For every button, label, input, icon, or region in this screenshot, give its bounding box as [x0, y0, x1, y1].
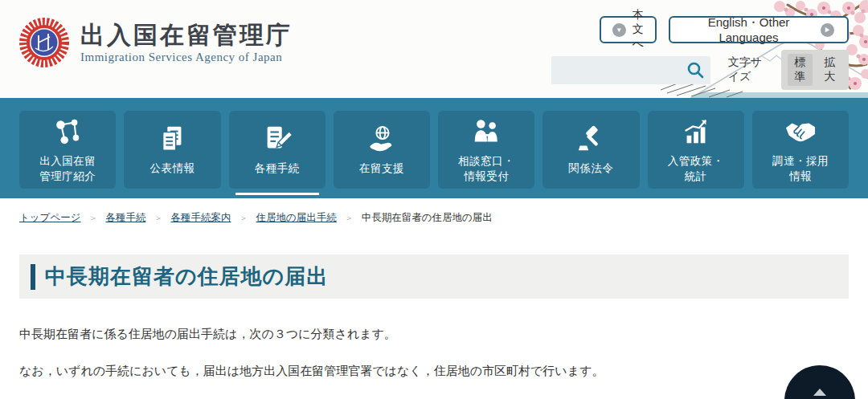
page: 出入国在留管理庁 Immigration Services Agency of …	[0, 0, 868, 399]
breadcrumb-link-top[interactable]: トップページ	[19, 211, 80, 225]
nav-item-residency-support[interactable]: 在留支援	[334, 111, 430, 189]
font-size-label: 文字サイズ	[728, 55, 773, 84]
network-icon	[52, 116, 83, 148]
breadcrumb-separator: ＞	[345, 212, 354, 224]
breadcrumb: トップページ ＞ 各種手続 ＞ 各種手続案内 ＞ 住居地の届出手続 ＞ 中長期在…	[0, 198, 868, 225]
page-title-band: 中長期在留者の住居地の届出	[19, 254, 849, 299]
language-selector-button[interactable]: English・Other Languages ▶	[669, 16, 849, 43]
font-size-standard-button[interactable]: 標準	[788, 54, 813, 86]
breadcrumb-separator: ＞	[88, 212, 97, 224]
logo-subtitle: Immigration Services Agency of Japan	[80, 51, 293, 64]
breadcrumb-separator: ＞	[239, 212, 248, 224]
breadcrumb-link-procedure-guide[interactable]: 各種手続案内	[170, 211, 231, 225]
site-header: 出入国在留管理庁 Immigration Services Agency of …	[0, 0, 868, 98]
language-selector-label: English・Other Languages	[683, 15, 814, 44]
nav-item-procedures[interactable]: 各種手続	[229, 111, 326, 189]
documents-icon	[157, 123, 187, 155]
nav-label: 公表情報	[149, 161, 194, 176]
skip-to-content-button[interactable]: ▼ 本文へ	[600, 16, 657, 43]
global-navigation: 出入国在留 管理庁紹介 公表情報	[0, 98, 868, 198]
gavel-icon	[575, 123, 606, 155]
chart-icon	[681, 116, 711, 148]
handshake-icon	[784, 116, 817, 148]
font-size-switcher: 標準 拡大	[781, 50, 849, 90]
nav-label: 各種手続	[255, 161, 300, 176]
nav-item-agency-introduction[interactable]: 出入国在留 管理庁紹介	[19, 111, 116, 189]
note-paragraph: なお，いずれの手続においても，届出は地方出入国在留管理官署ではなく，住居地の市区…	[19, 361, 849, 381]
nav-item-public-information[interactable]: 公表情報	[124, 111, 220, 189]
people-icon	[471, 116, 502, 148]
search-icon	[686, 61, 704, 79]
logo-title: 出入国在留管理庁	[80, 22, 293, 48]
nav-item-consultation[interactable]: 相談窓口・ 情報受付	[438, 111, 534, 189]
document-pencil-icon	[262, 123, 293, 155]
nav-item-procurement-recruitment[interactable]: 調達・採用 情報	[752, 111, 849, 189]
nav-item-related-laws[interactable]: 関係法令	[542, 111, 639, 189]
arrow-up-icon	[811, 377, 829, 389]
logo-text: 出入国在留管理庁 Immigration Services Agency of …	[80, 22, 293, 64]
nav-label: 調達・採用 情報	[772, 154, 829, 183]
font-size-enlarge-button[interactable]: 拡大	[817, 54, 842, 86]
arrow-right-circle-icon: ▶	[821, 23, 834, 37]
breadcrumb-link-residence-notification[interactable]: 住居地の届出手続	[256, 211, 336, 225]
page-title: 中長期在留者の住居地の届出	[45, 263, 328, 291]
breadcrumb-link-procedures[interactable]: 各種手続	[105, 211, 145, 225]
search-button[interactable]	[683, 59, 707, 82]
breadcrumb-separator: ＞	[154, 212, 162, 224]
nav-label: 在留支援	[359, 161, 404, 176]
arrow-down-circle-icon: ▼	[612, 23, 626, 37]
nav-label: 入管政策・ 統計	[668, 154, 724, 183]
title-accent-bar	[31, 264, 35, 290]
nav-label: 相談窓口・ 情報受付	[458, 154, 514, 183]
breadcrumb-current: 中長期在留者の住居地の届出	[362, 211, 493, 225]
globe-hand-icon	[366, 123, 397, 155]
nav-item-policy-statistics[interactable]: 入管政策・ 統計	[648, 111, 744, 189]
nav-label: 出入国在留 管理庁紹介	[39, 154, 96, 183]
nav-label: 関係法令	[568, 161, 613, 176]
main-content: 中長期在留者に係る住居地の届出手続は，次の３つに分類されます。 なお，いずれの手…	[0, 324, 868, 381]
agency-emblem-icon	[19, 18, 69, 67]
skip-to-content-label: 本文へ	[633, 8, 644, 51]
intro-paragraph: 中長期在留者に係る住居地の届出手続は，次の３つに分類されます。	[19, 324, 849, 344]
search-box	[551, 56, 710, 84]
agency-logo[interactable]: 出入国在留管理庁 Immigration Services Agency of …	[19, 18, 293, 67]
